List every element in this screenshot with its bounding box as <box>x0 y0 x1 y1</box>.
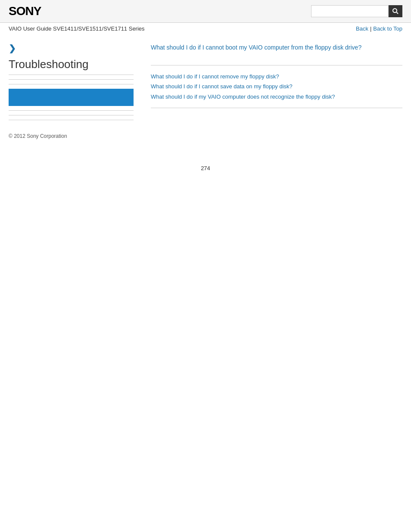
secondary-link-3[interactable]: What should I do if my VAIO computer doe… <box>151 92 402 102</box>
search-input[interactable] <box>311 5 389 17</box>
content-divider <box>151 65 402 65</box>
sidebar-divider-5 <box>9 120 134 120</box>
primary-link[interactable]: What should I do if I cannot boot my VAI… <box>151 43 402 52</box>
svg-line-1 <box>397 12 399 14</box>
sidebar: ❯ Troubleshooting © 2012 Sony Corporatio… <box>9 43 142 139</box>
sidebar-title: Troubleshooting <box>9 58 134 75</box>
secondary-link-1[interactable]: What should I do if I cannot remove my f… <box>151 72 402 81</box>
content-area: What should I do if I cannot boot my VAI… <box>142 43 402 139</box>
content-divider-2 <box>151 108 402 108</box>
navbar: VAIO User Guide SVE1411/SVE1511/SVE1711 … <box>0 23 411 34</box>
main-container: ❯ Troubleshooting © 2012 Sony Corporatio… <box>0 34 411 148</box>
search-icon <box>392 8 399 15</box>
page-number: 274 <box>0 165 411 180</box>
sidebar-highlight <box>9 89 134 106</box>
back-to-top-link[interactable]: Back to Top <box>373 25 402 32</box>
guide-title: VAIO User Guide SVE1411/SVE1511/SVE1711 … <box>9 25 145 32</box>
sidebar-footer: © 2012 Sony Corporation <box>9 133 134 139</box>
sidebar-divider-2 <box>9 84 134 84</box>
sidebar-chevron-icon: ❯ <box>9 43 134 53</box>
sidebar-divider-4 <box>9 115 134 115</box>
sony-logo: SONY <box>9 4 41 18</box>
sidebar-divider-1 <box>9 79 134 80</box>
sidebar-divider-3 <box>9 110 134 111</box>
nav-separator: | <box>370 25 371 32</box>
secondary-links-block: What should I do if I cannot remove my f… <box>151 72 402 102</box>
search-button[interactable] <box>389 5 402 17</box>
svg-point-0 <box>393 9 397 12</box>
search-area <box>311 5 402 17</box>
secondary-link-2[interactable]: What should I do if I cannot save data o… <box>151 81 402 91</box>
back-link[interactable]: Back <box>356 25 368 32</box>
nav-links: Back | Back to Top <box>356 25 402 32</box>
header: SONY <box>0 0 411 23</box>
primary-link-block: What should I do if I cannot boot my VAI… <box>151 43 402 52</box>
